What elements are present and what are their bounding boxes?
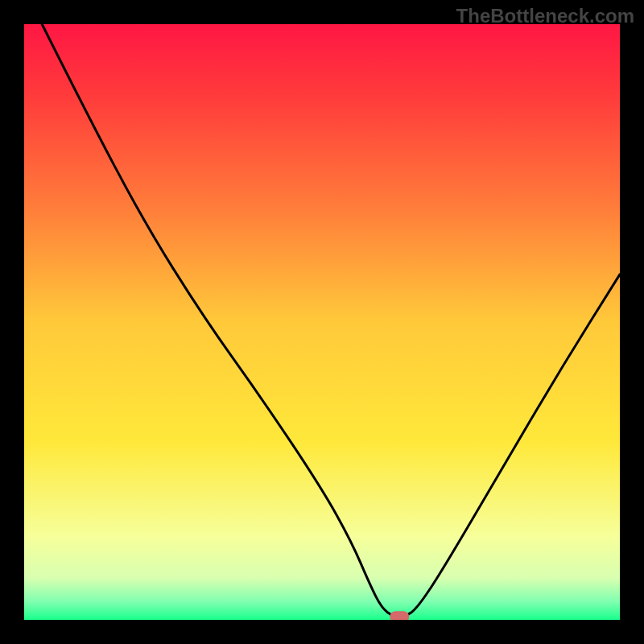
plot-area bbox=[24, 24, 620, 620]
chart-container: TheBottleneck.com bbox=[0, 0, 644, 644]
bottleneck-chart-svg bbox=[24, 24, 620, 620]
gradient-background bbox=[24, 24, 620, 620]
optimal-marker bbox=[390, 611, 409, 620]
